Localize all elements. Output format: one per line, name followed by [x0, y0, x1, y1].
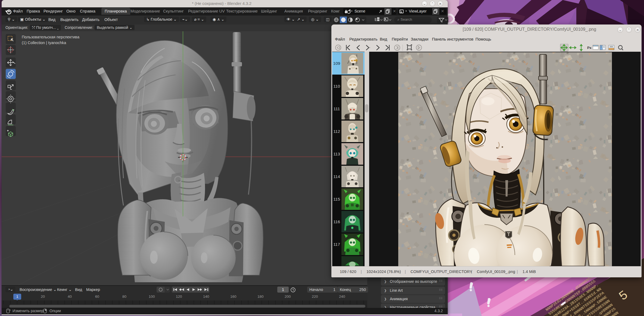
svg-text:Px: Px	[587, 46, 592, 50]
